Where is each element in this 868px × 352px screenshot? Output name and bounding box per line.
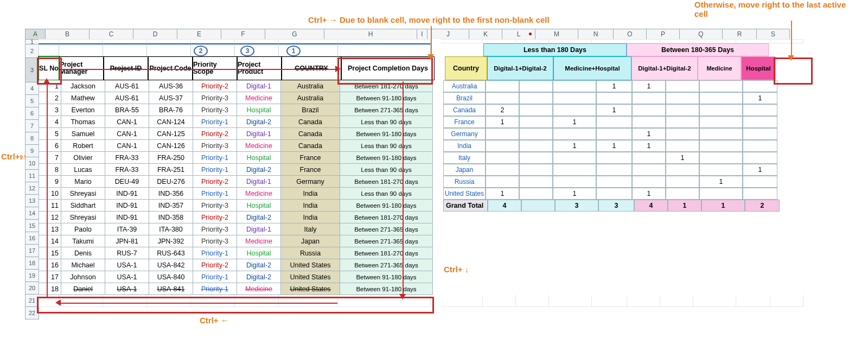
cell-C1[interactable] [103, 39, 147, 43]
pivot-N8[interactable] [596, 128, 632, 140]
row-header-12[interactable]: 12 [25, 182, 39, 195]
pivot-R8[interactable] [743, 128, 777, 140]
cell-mgr-15[interactable]: Shreyasi [61, 212, 105, 223]
pivot-K13[interactable]: 1 [486, 188, 519, 200]
cell-days-6[interactable]: Between 271-365 days [340, 104, 433, 116]
pivot-L4[interactable] [519, 80, 553, 92]
pivot-P6[interactable] [666, 104, 699, 116]
pivot-N10[interactable] [596, 152, 632, 164]
cell-code-21[interactable]: USA-841 [149, 283, 193, 295]
cell-R18[interactable] [738, 247, 773, 259]
cell-S14[interactable] [780, 200, 813, 212]
pivot-Q13[interactable] [699, 188, 743, 200]
cell-pri-4[interactable]: Priority-2 [193, 80, 237, 92]
pivot-gt-M[interactable]: 3 [555, 200, 598, 212]
cell-pid-9[interactable]: CAN-1 [105, 140, 149, 152]
row-header-2[interactable]: 2 [25, 44, 39, 58]
cell-mgr-18[interactable]: Denis [61, 247, 105, 259]
pivot-cty-4[interactable]: Australia [443, 80, 486, 92]
pivot-cty-7[interactable]: France [443, 116, 486, 128]
cell-ctry-13[interactable]: India [281, 188, 340, 200]
cell-prod-4[interactable]: Digital-1 [237, 80, 281, 92]
cell-S8[interactable] [777, 128, 810, 140]
cell-Q1[interactable] [693, 39, 736, 43]
cell-sl-5[interactable]: 5 [39, 128, 61, 140]
pivot-R9[interactable] [743, 140, 777, 152]
cell-R21[interactable] [738, 283, 773, 295]
cell-prod-13[interactable]: Medicine [237, 188, 281, 200]
cell-code-17[interactable]: JPN-392 [149, 235, 193, 247]
pivot-N7[interactable] [596, 116, 632, 128]
cell-pri-20[interactable]: Priority-1 [193, 271, 237, 283]
cell-code-12[interactable]: DEU-276 [149, 176, 193, 188]
pivot-cty-8[interactable]: Germany [443, 128, 486, 140]
cell-L17[interactable] [518, 235, 551, 247]
cell-K1[interactable] [483, 39, 516, 43]
pivot-L10[interactable] [519, 152, 553, 164]
cell-days-5[interactable]: Between 91-180 days [340, 92, 433, 104]
cell-code-5[interactable]: AUS-37 [149, 92, 193, 104]
row-header-11[interactable]: 11 [25, 170, 39, 182]
cell-prod-19[interactable]: Digital-2 [237, 259, 281, 271]
cell-O16[interactable] [629, 223, 662, 235]
cell-days-4[interactable]: Between 181-270 days [340, 80, 433, 92]
cell-P22[interactable] [660, 295, 693, 307]
cell-R20[interactable] [738, 271, 773, 283]
hdr-project-manager[interactable]: Project Manager [59, 56, 104, 80]
cell-prod-17[interactable]: Medicine [237, 235, 281, 247]
pivot-cty-12[interactable]: Russia [443, 176, 486, 188]
cell-sl-15[interactable]: 15 [39, 247, 61, 259]
cell-days-17[interactable]: Between 271-365 days [340, 235, 433, 247]
cell-O22[interactable] [627, 295, 660, 307]
cell-R1[interactable] [736, 39, 770, 43]
cell-pri-8[interactable]: Priority-2 [193, 128, 237, 140]
cell-L16[interactable] [518, 223, 551, 235]
cell-days-21[interactable]: Between 91-180 days [340, 283, 433, 295]
cell-pid-19[interactable]: USA-1 [105, 259, 149, 271]
cell-sl-3[interactable]: 3 [39, 104, 61, 116]
cell-Q22[interactable] [693, 295, 736, 307]
cell-G1[interactable] [279, 39, 338, 43]
col-header-I[interactable]: I [417, 29, 427, 40]
cell-E2[interactable] [191, 43, 235, 56]
cell-pri-9[interactable]: Priority-3 [193, 140, 237, 152]
cell-sl-1[interactable]: 1 [39, 80, 61, 92]
cell-days-14[interactable]: Between 91-180 days [340, 200, 433, 212]
cell-days-13[interactable]: Less than 90 days [340, 188, 433, 200]
col-header-R[interactable]: R [723, 29, 757, 40]
col-header-D[interactable]: D [133, 29, 177, 40]
cell-code-20[interactable]: USA-840 [149, 271, 193, 283]
cell-N17[interactable] [594, 235, 629, 247]
cell-P19[interactable] [662, 259, 695, 271]
cell-sl-9[interactable]: 9 [39, 176, 61, 188]
pivot-R13[interactable] [743, 188, 777, 200]
cell-S4[interactable] [777, 80, 810, 92]
row-header-3[interactable]: 3 [25, 58, 39, 82]
pivot-Q4[interactable] [699, 80, 743, 92]
col-header-G[interactable]: G [265, 29, 324, 40]
cell-S2[interactable] [769, 43, 802, 56]
pivot-Q11[interactable] [699, 164, 743, 176]
cell-O18[interactable] [629, 247, 662, 259]
cell-C22[interactable] [103, 295, 147, 307]
pivot-M5[interactable] [553, 92, 596, 104]
pivot-Q8[interactable] [699, 128, 743, 140]
cell-F2[interactable] [235, 43, 279, 56]
pivot-cty-9[interactable]: India [443, 140, 486, 152]
cell-O21[interactable] [629, 283, 662, 295]
cell-days-15[interactable]: Between 181-270 days [340, 212, 433, 223]
cell-B2[interactable] [59, 43, 103, 56]
cell-ctry-4[interactable]: Australia [281, 80, 340, 92]
cell-E22[interactable] [191, 295, 235, 307]
cell-M1[interactable] [549, 39, 592, 43]
cell-Q17[interactable] [695, 235, 738, 247]
hdr-country[interactable]: COUNTRY [282, 56, 341, 80]
cell-I2[interactable] [431, 43, 441, 56]
cell-ctry-18[interactable]: Russia [281, 247, 340, 259]
cell-S3[interactable] [776, 56, 809, 80]
cell-Q19[interactable] [695, 259, 738, 271]
cell-pid-10[interactable]: FRA-33 [105, 152, 149, 164]
cell-L18[interactable] [518, 247, 551, 259]
cell-R22[interactable] [736, 295, 770, 307]
pivot-Q10[interactable] [699, 152, 743, 164]
